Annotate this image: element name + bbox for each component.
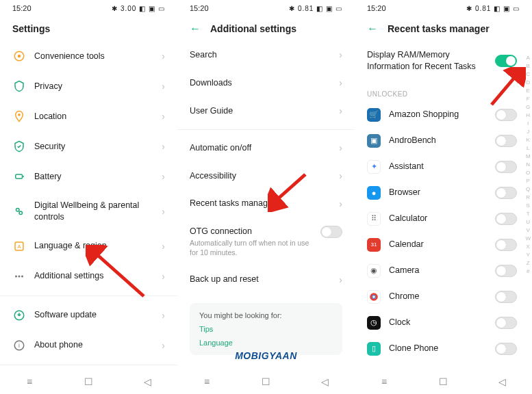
alpha-letter[interactable]: P (527, 178, 530, 184)
row-app-androbench[interactable]: ▣AndroBench (367, 128, 517, 154)
suggest-tips[interactable]: Tips (199, 325, 333, 333)
alpha-index[interactable]: ABCDEFGHIJKLMNOPQRSTUVWXYZ# (525, 55, 531, 274)
row-convenience-tools[interactable]: Convenience tools › (12, 41, 165, 71)
alpha-letter[interactable]: # (527, 268, 529, 274)
status-bar: 15:20 ✱ 0.81 ◧ ▣ ▭ (355, 0, 532, 16)
nav-recent[interactable]: ≡ (201, 376, 213, 387)
alpha-letter[interactable]: G (526, 104, 530, 110)
alpha-letter[interactable]: Q (526, 186, 530, 192)
alpha-letter[interactable]: X (527, 244, 530, 250)
nav-back[interactable]: ◁ (319, 376, 331, 387)
nav-bar: ≡ ☐ ◁ (0, 369, 177, 394)
row-app-assistant[interactable]: ✦Assistant (367, 154, 517, 180)
privacy-icon (12, 79, 26, 93)
row-app-clock[interactable]: ◷Clock (367, 310, 517, 336)
app-lock-toggle[interactable] (495, 317, 517, 329)
nav-recent[interactable]: ≡ (378, 376, 390, 387)
additional-icon (12, 270, 26, 283)
alpha-letter[interactable]: H (526, 112, 530, 118)
alpha-letter[interactable]: J (527, 129, 529, 135)
app-lock-toggle[interactable] (495, 109, 517, 121)
chevron-right-icon: › (162, 310, 165, 321)
row-automatic-onoff[interactable]: Automatic on/off› (190, 134, 342, 162)
back-arrow-icon[interactable]: ← (190, 23, 201, 34)
back-arrow-icon[interactable]: ← (367, 23, 378, 34)
alpha-letter[interactable]: V (527, 227, 530, 233)
alpha-letter[interactable]: C (526, 71, 530, 77)
alpha-letter[interactable]: K (527, 137, 530, 143)
alpha-letter[interactable]: M (526, 153, 531, 159)
alpha-letter[interactable]: B (527, 63, 530, 69)
otg-toggle[interactable] (320, 226, 342, 238)
row-battery[interactable]: Battery › (12, 161, 165, 192)
alpha-letter[interactable]: T (527, 211, 530, 217)
row-privacy[interactable]: Privacy › (12, 71, 165, 101)
alpha-letter[interactable]: N (526, 161, 530, 168)
chevron-right-icon: › (162, 340, 165, 351)
row-app-amazon[interactable]: 🛒Amazon Shopping (367, 102, 517, 128)
app-lock-toggle[interactable] (495, 265, 517, 277)
convenience-icon (12, 49, 26, 63)
row-search[interactable]: Search› (190, 41, 342, 69)
app-lock-toggle[interactable] (495, 291, 517, 303)
chevron-right-icon: › (162, 81, 165, 92)
status-bar: 15:20 ✱ 3.00 ◧ ▣ ▭ (0, 0, 177, 16)
alpha-letter[interactable]: I (527, 120, 529, 127)
svg-point-11 (21, 275, 23, 277)
row-security[interactable]: Security › (12, 131, 165, 161)
svg-point-9 (15, 275, 17, 277)
row-backup-reset[interactable]: Back up and reset› (190, 265, 342, 293)
row-app-calendar[interactable]: 31Calendar (367, 232, 517, 258)
row-software-update[interactable]: Software update › (12, 300, 165, 330)
wellbeing-icon (12, 205, 26, 218)
row-accessibility[interactable]: Accessibility› (190, 162, 342, 190)
svg-point-10 (18, 275, 21, 277)
ram-toggle[interactable] (495, 55, 517, 67)
alpha-letter[interactable]: S (527, 202, 530, 209)
app-lock-toggle[interactable] (495, 187, 517, 199)
row-about-phone[interactable]: i About phone › (12, 330, 165, 360)
row-app-clone-phone[interactable]: ▯Clone Phone (367, 336, 517, 362)
nav-back[interactable]: ◁ (496, 376, 509, 387)
row-otg[interactable]: OTG connection Automatically turn off wh… (190, 218, 342, 265)
alpha-letter[interactable]: D (526, 79, 530, 86)
alpha-letter[interactable]: Z (527, 260, 530, 266)
recent-tasks-list[interactable]: Display RAM/Memory Information for Recen… (355, 41, 532, 369)
row-app-camera[interactable]: ◉Camera (367, 258, 517, 284)
additional-list[interactable]: Search› Downloads› User Guide› Automatic… (177, 41, 355, 369)
row-app-chrome[interactable]: Chrome (367, 284, 517, 310)
row-app-browser[interactable]: ●Browser (367, 180, 517, 206)
alpha-letter[interactable]: U (526, 219, 530, 225)
nav-home[interactable]: ☐ (437, 376, 449, 387)
alpha-letter[interactable]: A (527, 55, 530, 61)
alpha-letter[interactable]: E (527, 88, 530, 94)
nav-bar: ≡ ☐ ◁ (177, 369, 355, 394)
settings-list[interactable]: Convenience tools › Privacy › Location ›… (0, 41, 177, 369)
app-lock-toggle[interactable] (495, 213, 517, 225)
alpha-letter[interactable]: Y (527, 252, 530, 258)
nav-recent[interactable]: ≡ (23, 376, 36, 387)
row-user-guide[interactable]: User Guide› (190, 97, 342, 125)
row-recent-tasks-manager[interactable]: Recent tasks manager› (190, 189, 342, 218)
nav-home[interactable]: ☐ (259, 376, 272, 387)
row-app-calculator[interactable]: ⠿Calculator (367, 206, 517, 232)
status-time: 15:20 (367, 4, 386, 12)
app-lock-toggle[interactable] (495, 161, 517, 173)
app-lock-toggle[interactable] (495, 343, 517, 355)
row-location[interactable]: Location › (12, 101, 165, 131)
row-additional-settings[interactable]: Additional settings › (12, 261, 165, 291)
nav-home[interactable]: ☐ (82, 376, 94, 387)
nav-back[interactable]: ◁ (142, 376, 154, 387)
row-language-region[interactable]: A Language & region › (12, 231, 165, 261)
app-lock-toggle[interactable] (495, 239, 517, 251)
alpha-letter[interactable]: R (526, 194, 530, 200)
alpha-letter[interactable]: L (527, 145, 529, 151)
alpha-letter[interactable]: O (526, 170, 530, 176)
row-downloads[interactable]: Downloads› (190, 69, 342, 97)
row-display-ram[interactable]: Display RAM/Memory Information for Recen… (367, 41, 517, 81)
alpha-letter[interactable]: W (525, 235, 531, 241)
suggest-language[interactable]: Language (199, 339, 333, 347)
alpha-letter[interactable]: F (527, 96, 530, 102)
app-lock-toggle[interactable] (495, 135, 517, 147)
row-digital-wellbeing[interactable]: Digital Wellbeing & parental controls › (12, 192, 165, 231)
